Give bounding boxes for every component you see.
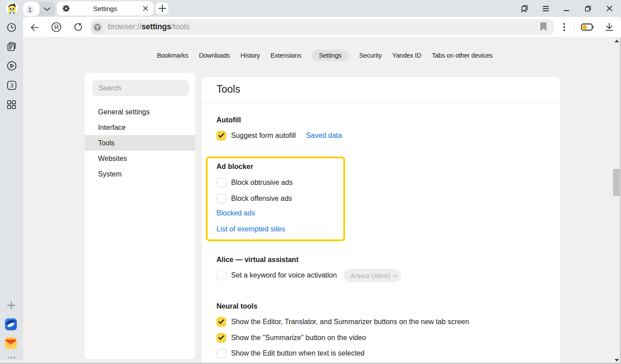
svg-text:Я: Я — [54, 23, 59, 31]
svg-text:3: 3 — [10, 82, 13, 89]
svg-text:1: 1 — [28, 6, 32, 13]
